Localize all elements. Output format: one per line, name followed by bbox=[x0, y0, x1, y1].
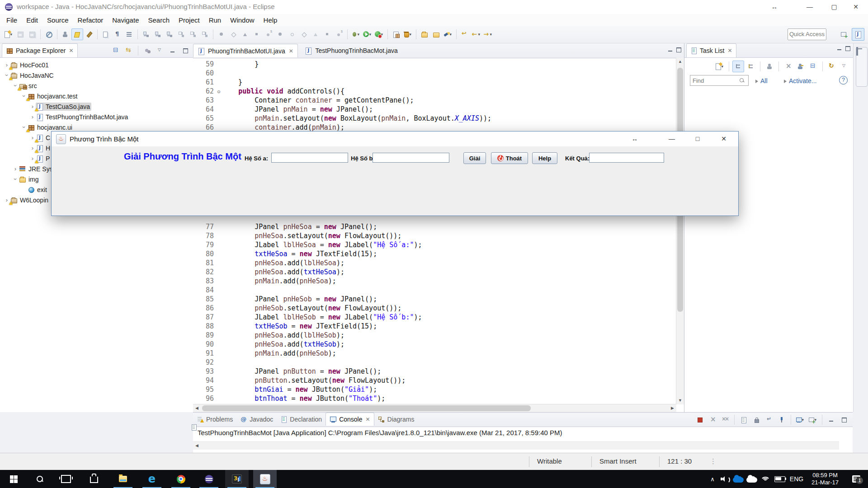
segment-6-button[interactable] bbox=[199, 28, 211, 40]
taskbar-file-explorer-button[interactable] bbox=[111, 470, 135, 488]
taskbar-java-app-button[interactable]: ♨ bbox=[253, 470, 277, 488]
run-button[interactable]: ▾ bbox=[362, 28, 373, 40]
new-button[interactable]: ▾ bbox=[3, 28, 14, 40]
horizontal-scroll-thumb[interactable] bbox=[202, 405, 531, 411]
member-8-button[interactable] bbox=[298, 28, 310, 40]
minimize-editor-icon[interactable] bbox=[667, 46, 674, 53]
focus-on-active-task-button[interactable] bbox=[142, 45, 153, 56]
menu-window[interactable]: Window bbox=[226, 15, 259, 25]
open-type-button[interactable] bbox=[419, 28, 430, 40]
maximize-view-button[interactable] bbox=[838, 414, 850, 426]
dialog-close-button[interactable]: ✕ bbox=[714, 131, 734, 146]
activate-link[interactable]: Activate... bbox=[782, 77, 816, 85]
synchronize-button[interactable] bbox=[826, 61, 838, 72]
status-overflow-icon[interactable]: ⋮ bbox=[710, 457, 717, 465]
last-edit-location-button[interactable] bbox=[459, 28, 471, 40]
language-indicator[interactable]: ENG bbox=[788, 470, 806, 488]
scroll-left-icon[interactable]: ◀ bbox=[193, 404, 201, 412]
fold-marker-icon[interactable]: ⊖ bbox=[216, 87, 222, 96]
segment-5-button[interactable] bbox=[187, 28, 199, 40]
taskbar-start-button[interactable] bbox=[2, 470, 25, 488]
member-9-button[interactable] bbox=[310, 28, 321, 40]
new-task-button[interactable]: ▾ bbox=[714, 61, 726, 72]
taskbar-search-button[interactable] bbox=[28, 470, 52, 488]
collapse-all-button[interactable] bbox=[110, 45, 122, 56]
debug-button[interactable]: ▾ bbox=[350, 28, 362, 40]
run-gc-button[interactable]: ▾ bbox=[402, 28, 414, 40]
onedrive-icon[interactable] bbox=[731, 470, 745, 488]
maximize-view-button[interactable] bbox=[179, 45, 191, 56]
tree-chevron-icon[interactable]: › bbox=[12, 165, 19, 172]
taskbar-edge-button[interactable]: e bbox=[140, 470, 164, 488]
remove-all-terminated-button[interactable] bbox=[719, 414, 731, 426]
taskbar-eclipse-button[interactable] bbox=[197, 470, 221, 488]
editor-horizontal-scrollbar[interactable]: ◀ ▶ bbox=[193, 404, 676, 412]
java-perspective-button[interactable] bbox=[852, 28, 864, 41]
tree-item-testcuaso-java[interactable]: ›TestCuaSo.java bbox=[0, 101, 193, 112]
tree-item-hocjavanc-test[interactable]: ›hocjavanc.test bbox=[0, 91, 193, 101]
segment-1-button[interactable] bbox=[140, 28, 152, 40]
console-tab-diagrams[interactable]: Diagrams bbox=[374, 413, 418, 426]
console-tab-problems[interactable]: Problems bbox=[193, 413, 236, 426]
link-with-editor-button[interactable] bbox=[123, 45, 135, 56]
minimize-view-button[interactable] bbox=[826, 414, 837, 426]
view-menu-button[interactable] bbox=[839, 61, 850, 72]
menu-help[interactable]: Help bbox=[259, 15, 282, 25]
categorized-mode-button[interactable] bbox=[732, 61, 744, 72]
editor-tab-active[interactable]: PhuongTrinhBacMotUI.java✕ bbox=[193, 44, 298, 57]
terminate-button[interactable] bbox=[694, 414, 706, 426]
minimize-view-icon[interactable] bbox=[836, 45, 843, 52]
package-explorer-tab[interactable]: Package Explorer ✕ bbox=[2, 43, 78, 57]
filter-tasks-button[interactable] bbox=[795, 61, 807, 72]
save-all-button[interactable] bbox=[26, 28, 38, 40]
coefficient-a-field[interactable] bbox=[271, 153, 348, 163]
console-tab-declaration[interactable]: Declaration bbox=[277, 413, 326, 426]
segment-4-button[interactable] bbox=[175, 28, 187, 40]
scheduled-mode-button[interactable] bbox=[745, 61, 757, 72]
find-input[interactable] bbox=[690, 76, 739, 85]
member-3-button[interactable] bbox=[239, 28, 251, 40]
member-4-button[interactable] bbox=[251, 28, 263, 40]
dialog-titlebar[interactable]: ♨ Phương Trình Bậc Một ↔ — □ ✕ bbox=[52, 131, 738, 146]
clear-console-button[interactable] bbox=[738, 414, 750, 426]
member-6-button[interactable] bbox=[274, 28, 286, 40]
scroll-left-icon[interactable]: ◀ bbox=[193, 442, 201, 450]
battery-icon[interactable] bbox=[772, 470, 788, 488]
new-java-project-button[interactable] bbox=[390, 28, 402, 40]
open-resource-button[interactable] bbox=[430, 28, 442, 40]
menu-source[interactable]: Source bbox=[42, 15, 73, 25]
coefficient-b-field[interactable] bbox=[373, 153, 449, 163]
segment-2-button[interactable] bbox=[152, 28, 164, 40]
tree-chevron-icon[interactable]: › bbox=[29, 113, 36, 120]
menu-run[interactable]: Run bbox=[204, 15, 226, 25]
display-selected-console-button[interactable]: ▾ bbox=[794, 414, 806, 426]
member-5-button[interactable] bbox=[263, 28, 274, 40]
maximize-editor-icon[interactable] bbox=[675, 46, 682, 53]
format-source-button[interactable] bbox=[123, 28, 135, 40]
open-task-button[interactable] bbox=[60, 28, 71, 40]
skip-all-breakpoints-button[interactable] bbox=[43, 28, 55, 40]
scroll-up-icon[interactable]: ▲ bbox=[676, 58, 684, 66]
show-whitespace-button[interactable] bbox=[112, 28, 123, 40]
tree-item-hocjavanc[interactable]: ›HocJavaNC bbox=[0, 70, 193, 80]
help-button[interactable]: Help bbox=[532, 152, 557, 164]
tree-item-hocfoc01[interactable]: ›HocFoc01 bbox=[0, 60, 193, 70]
console-corner-icon[interactable] bbox=[190, 423, 198, 431]
dialog-resize-button[interactable]: ↔ bbox=[625, 131, 645, 146]
close-view-icon[interactable]: ✕ bbox=[727, 47, 732, 54]
scroll-right-icon[interactable]: ▶ bbox=[669, 404, 676, 412]
word-wrap-button[interactable] bbox=[763, 414, 775, 426]
tree-item-testphuongtrinhbacmot-java[interactable]: ›TestPhuongTrinhBacMot.java bbox=[0, 112, 193, 122]
menu-search[interactable]: Search bbox=[143, 15, 174, 25]
search-button[interactable]: ▾ bbox=[442, 28, 454, 40]
collapse-all-button[interactable] bbox=[807, 61, 819, 72]
cloud-icon[interactable] bbox=[745, 470, 759, 488]
member-1-button[interactable] bbox=[216, 28, 227, 40]
restore-view-icon[interactable] bbox=[857, 47, 858, 56]
externalize-strings-button[interactable] bbox=[83, 28, 95, 40]
solve-button[interactable]: Giải bbox=[463, 152, 486, 164]
open-console-button[interactable]: ▾ bbox=[807, 414, 819, 426]
result-field[interactable] bbox=[589, 153, 664, 163]
back-button[interactable]: ▾ bbox=[471, 28, 482, 40]
hide-completed-tasks-button[interactable] bbox=[782, 61, 794, 72]
